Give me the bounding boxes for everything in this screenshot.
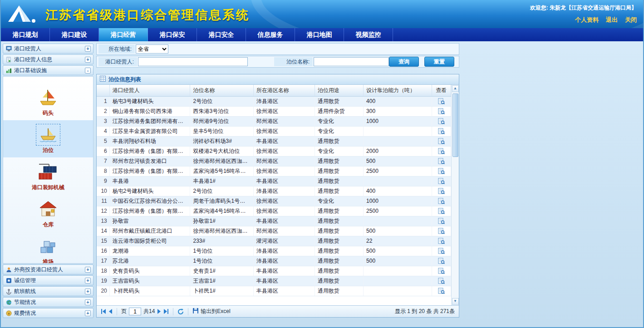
facility-item-yard[interactable]: 堆场 (3, 232, 93, 264)
sidebar-group-port-operators[interactable]: 港口经营人 + (3, 44, 93, 54)
table-row[interactable]: 18史有贵码头史有贵1#丰县港区通用散货 (97, 266, 451, 276)
expand-toggle[interactable]: + (85, 310, 91, 316)
expand-toggle[interactable]: + (85, 299, 91, 305)
table-row[interactable]: 3江苏徐州港务集团邳州港有限公司邳州港9号泊位邳州港区专业化1000 (97, 116, 451, 126)
view-button[interactable] (438, 197, 445, 204)
sidebar-group-integrity[interactable]: 诚信管理 + (3, 275, 93, 285)
expand-toggle[interactable]: + (85, 57, 91, 63)
col-capacity[interactable]: 设计靠泊能力（吨） (364, 85, 432, 96)
view-button[interactable] (438, 98, 445, 104)
view-button[interactable] (438, 227, 445, 234)
table-row[interactable]: 13孙敬雷孙敬雷1#丰县港区通用散货 (97, 216, 451, 226)
view-button[interactable] (438, 137, 445, 144)
table-row[interactable]: 4江苏呈丰金属资源有限公司呈丰5号泊位徐州港区专业化 (97, 126, 451, 136)
page-number-input[interactable] (129, 308, 141, 315)
operator-input[interactable] (138, 57, 248, 66)
table-row[interactable]: 5丰县润翔砂石料场润祥砂石料场3#丰县港区通用散货 (97, 136, 451, 146)
scroll-up-arrow[interactable]: ▲ (452, 85, 459, 92)
view-button[interactable] (438, 267, 445, 274)
view-button[interactable] (438, 247, 445, 254)
view-button[interactable] (438, 187, 445, 194)
col-operator[interactable]: 港口经营人 (109, 85, 190, 96)
view-button[interactable] (438, 287, 445, 294)
sidebar-group-routes[interactable]: 航班航线 + (3, 286, 93, 296)
tab-port-map[interactable]: 港口地图 (295, 28, 344, 41)
profile-link[interactable]: 个人资料 (575, 16, 599, 24)
total-pages: 共14 (143, 308, 155, 315)
expand-toggle[interactable]: + (85, 289, 91, 294)
facility-item-berth[interactable]: 泊位 (3, 120, 93, 157)
sidebar-group-fees[interactable]: ¥ 规费情况 + (3, 308, 93, 318)
table-row[interactable]: 2铜山港务有限公司西朱港西朱港3号泊位徐州港区通用件杂货300 (97, 106, 451, 116)
table-row[interactable]: 15连云港市国际货柜公司233#灌河港区通用散货22 (97, 236, 451, 246)
berth-name-input[interactable] (314, 57, 389, 66)
vertical-scrollbar[interactable]: ▲ ▼ (451, 85, 459, 305)
refresh-button[interactable] (177, 308, 184, 315)
view-button[interactable] (438, 117, 445, 124)
cell-usage: 通用散货 (315, 176, 364, 186)
view-button[interactable] (438, 207, 445, 214)
sidebar-group-infrastructure[interactable]: 港口基础设施 - (3, 65, 93, 75)
tab-info-service[interactable]: 信息服务 (246, 28, 295, 41)
table-row[interactable]: 17苏北港1号泊位沛县港区通用散货500 (97, 256, 451, 266)
view-button[interactable] (438, 108, 445, 114)
table-row[interactable]: 9丰县港丰县港1#丰县港区通用散货 (97, 176, 451, 186)
view-button[interactable] (438, 277, 445, 284)
view-button[interactable] (438, 127, 445, 134)
last-page-button[interactable] (163, 309, 169, 314)
col-usage[interactable]: 泊位用途 (315, 85, 364, 96)
tab-port-security[interactable]: 港口保安 (148, 28, 197, 41)
region-select[interactable]: 全省 (136, 44, 168, 54)
table-row[interactable]: 12江苏徐州港务（集团）有限公司孟家沟港4号16吨吊泊位徐州港区通用散货2500 (97, 206, 451, 216)
expand-toggle[interactable]: + (85, 278, 91, 284)
logout-link[interactable]: 退出 (606, 16, 618, 24)
col-area-name[interactable]: 所在港区名称 (253, 85, 315, 96)
first-page-button[interactable] (101, 309, 106, 314)
tab-port-planning[interactable]: 港口规划 (1, 28, 50, 41)
tab-port-operation[interactable]: 港口经营 (99, 28, 148, 41)
table-row[interactable]: 14邳州市戴庄镇戴庄北港口徐州港邳州港区西泇河...邳州港区通用散货500 (97, 226, 451, 236)
facility-item-machinery[interactable]: 港口装卸机械 (3, 157, 93, 195)
view-button[interactable] (438, 257, 445, 264)
view-button[interactable] (438, 157, 445, 164)
table-row[interactable]: 10杨屯2号建材码头2号泊位沛县港区通用散货400 (97, 186, 451, 196)
view-button[interactable] (438, 177, 445, 184)
table-row[interactable]: 20卜祥民码头卜祥民1#丰县港区通用散货 (97, 286, 451, 296)
cell-num: 17 (97, 256, 109, 266)
cell-view (432, 146, 451, 156)
cell-usage: 通用散货 (315, 236, 364, 246)
table-row[interactable]: 8江苏徐州港务（集团）有限公司孟家沟港5号16吨吊泊位徐州港区通用散货2500 (97, 166, 451, 176)
expand-toggle[interactable]: + (85, 267, 91, 273)
next-page-button[interactable] (157, 309, 161, 314)
table-row[interactable]: 1杨屯3号建材码头2号泊位沛县港区通用散货400 (97, 96, 451, 106)
tab-port-safety[interactable]: 港口安全 (197, 28, 246, 41)
sidebar-group-label: 港口基础设施 (14, 67, 85, 74)
tab-video-monitor[interactable]: 视频监控 (344, 28, 393, 41)
facility-item-dock[interactable]: 码头 (3, 83, 93, 120)
view-button[interactable] (438, 167, 445, 174)
sidebar-group-foreign-investors[interactable]: 外商投资港口经营人 + (3, 264, 93, 274)
query-button[interactable]: 查询 (389, 57, 419, 67)
col-berth-name[interactable]: 泊位名称 (190, 85, 253, 96)
export-excel-button[interactable]: 输出到Excel (192, 308, 230, 315)
prev-page-button[interactable] (108, 309, 113, 314)
facility-item-warehouse[interactable]: 仓库 (3, 195, 93, 232)
scroll-down-arrow[interactable]: ▼ (452, 298, 459, 305)
close-link[interactable]: 关闭 (625, 16, 637, 24)
table-row[interactable]: 7邳州市岔河镇贵发港口徐州港邳州港区西泇河...邳州港区通用散货500 (97, 156, 451, 166)
tab-port-construction[interactable]: 港口建设 (50, 28, 99, 41)
view-button[interactable] (438, 237, 445, 244)
table-row[interactable]: 19王吉雷码头王吉雷1#丰县港区通用散货 (97, 276, 451, 286)
sidebar-group-energy[interactable]: 节能情况 + (3, 297, 93, 307)
view-button[interactable] (438, 147, 445, 154)
sidebar-group-operator-info[interactable]: 港口经营人信息 + (3, 54, 93, 64)
scrollbar-thumb[interactable] (452, 93, 458, 157)
collapse-toggle[interactable]: - (85, 68, 91, 73)
reset-button[interactable]: 重置 (424, 57, 454, 67)
expand-toggle[interactable]: + (85, 46, 91, 52)
berth-name-label: 泊位名称: (274, 57, 313, 66)
table-row[interactable]: 16龙潮港1号泊位沛县港区通用散货500 (97, 246, 451, 256)
table-row[interactable]: 11中国石化江苏徐州石油分公司周...周老千油库码头1号泊位徐州港区专业化100… (97, 196, 451, 206)
table-row[interactable]: 6江苏徐州港务（集团）有限公司双楼港2号大机泊位徐州港区专业化2000 (97, 146, 451, 156)
view-button[interactable] (438, 217, 445, 224)
